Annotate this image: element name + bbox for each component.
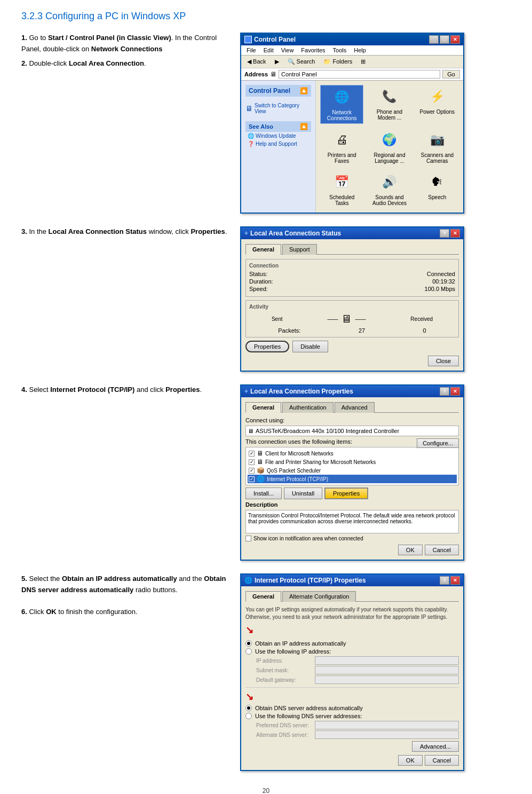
- lap-tab-general[interactable]: General: [245, 402, 281, 413]
- ip-address-input[interactable]: [315, 656, 459, 665]
- tip-tab-alternate[interactable]: Alternate Configuration: [282, 591, 356, 602]
- preferred-dns-input[interactable]: [315, 721, 459, 729]
- las-properties-button[interactable]: Properties: [245, 341, 289, 352]
- obtain-dns-radio[interactable]: [245, 705, 252, 711]
- arrow-1-icon: ↘: [245, 624, 253, 636]
- configure-button[interactable]: Configure...: [417, 438, 459, 448]
- tip-close-button[interactable]: ✕: [450, 576, 460, 585]
- lap-properties-button[interactable]: Properties: [324, 488, 368, 499]
- use-following-dns-row[interactable]: Use the following DNS server addresses:: [245, 713, 459, 719]
- obtain-ip-radio[interactable]: [245, 640, 252, 647]
- prop-item-qos[interactable]: ✓ 📦 QoS Packet Scheduler: [248, 466, 457, 475]
- cp-icon-printers[interactable]: 🖨 Printers andFaxes: [320, 128, 363, 166]
- arrow-obtain-ip: ↘: [245, 624, 459, 636]
- install-button[interactable]: Install...: [245, 488, 282, 499]
- cp-icon-power[interactable]: ⚡ Power Options: [416, 85, 459, 124]
- sent-activity: Sent: [272, 316, 283, 322]
- titlebar-buttons[interactable]: _ □ ✕: [429, 35, 460, 44]
- las-tab-general[interactable]: General: [245, 244, 281, 255]
- menu-favorites[interactable]: Favorites: [298, 46, 328, 54]
- see-also-collapse-icon[interactable]: 🔼: [300, 123, 308, 130]
- las-close-button[interactable]: ✕: [450, 229, 460, 238]
- go-button[interactable]: Go: [442, 70, 460, 78]
- cp-icon-network[interactable]: 🌐 NetworkConnections: [320, 85, 363, 124]
- cp-left-panel: Control Panel 🔼 🖥 Switch to Category Vie…: [241, 81, 316, 213]
- cp-icon-scanners[interactable]: 📷 Scanners andCameras: [416, 128, 459, 166]
- windows-update-link[interactable]: 🌐 Windows Update: [245, 132, 311, 140]
- subnet-mask-input[interactable]: [315, 666, 459, 674]
- qos-checkbox[interactable]: ✓: [249, 468, 255, 474]
- lap-ok-button[interactable]: OK: [398, 545, 423, 555]
- step-text-5-6: 5. Select the Obtain an IP address autom…: [21, 573, 229, 620]
- cp-icon-power-label: Power Options: [420, 109, 455, 115]
- status-label: Status:: [249, 271, 267, 277]
- back-button[interactable]: ◀ Back: [243, 57, 270, 67]
- advanced-btn-row: Advanced...: [245, 741, 459, 752]
- menu-view[interactable]: View: [278, 46, 297, 54]
- use-following-dns-radio[interactable]: [245, 713, 252, 719]
- default-gateway-input[interactable]: [315, 675, 459, 684]
- control-panel-icon: [244, 36, 252, 43]
- tcpip-checkbox[interactable]: ✓: [249, 476, 255, 482]
- search-button[interactable]: 🔍 Search: [284, 57, 319, 67]
- maximize-button[interactable]: □: [440, 35, 449, 44]
- page-number: 20: [21, 787, 511, 794]
- lap-titlebar-buttons[interactable]: ? ✕: [440, 387, 460, 396]
- step-block-1-2: 1. Go to Start / Control Panel (in Class…: [21, 33, 511, 214]
- prop-item-client[interactable]: ✓ 🖥 Client for Microsoft Networks: [248, 449, 457, 458]
- las-help-button[interactable]: ?: [440, 229, 449, 238]
- obtain-ip-row[interactable]: Obtain an IP address automatically: [245, 640, 459, 647]
- ip-address-label: IP address:: [256, 658, 315, 664]
- cp-icon-sounds[interactable]: 🔊 Sounds andAudio Devices: [368, 170, 411, 208]
- cp-icon-speech[interactable]: 🗣 Speech: [416, 170, 459, 208]
- menu-file[interactable]: File: [243, 46, 259, 54]
- help-support-link[interactable]: ❓ Help and Support: [245, 140, 311, 148]
- tcp-ip-properties-image: 🌐 Internet Protocol (TCP/IP) Properties …: [240, 573, 511, 771]
- advanced-button[interactable]: Advanced...: [412, 741, 459, 752]
- las-titlebar-buttons[interactable]: ? ✕: [440, 229, 460, 238]
- prop-item-tcpip[interactable]: ✓ 🌐 Internet Protocol (TCP/IP): [248, 475, 457, 483]
- switch-icon: 🖥: [245, 104, 253, 113]
- las-disable-button[interactable]: Disable: [292, 341, 328, 352]
- prop-item-file[interactable]: ✓ 🖥 File and Printer Sharing for Microso…: [248, 458, 457, 466]
- cp-icon-scheduled[interactable]: 📅 ScheduledTasks: [320, 170, 363, 208]
- folders-button[interactable]: 📁 Folders: [320, 57, 356, 67]
- address-input[interactable]: Control Panel: [279, 70, 440, 78]
- minimize-button[interactable]: _: [429, 35, 439, 44]
- menu-help[interactable]: Help: [351, 46, 369, 54]
- lap-close-button[interactable]: ✕: [450, 387, 460, 396]
- las-tab-support[interactable]: Support: [282, 244, 317, 255]
- tip-help-button[interactable]: ?: [440, 576, 449, 585]
- forward-button[interactable]: ▶: [271, 57, 283, 67]
- menu-edit[interactable]: Edit: [260, 46, 277, 54]
- uninstall-button[interactable]: Uninstall: [284, 488, 322, 499]
- menu-tools[interactable]: Tools: [330, 46, 350, 54]
- use-following-ip-row[interactable]: Use the following IP address:: [245, 648, 459, 655]
- las-close-btn[interactable]: Close: [428, 356, 459, 366]
- client-checkbox[interactable]: ✓: [249, 451, 255, 457]
- use-following-ip-radio[interactable]: [245, 648, 252, 655]
- lap-title-icon: +: [244, 388, 248, 395]
- lap-help-button[interactable]: ?: [440, 387, 449, 396]
- step-1-bold-1: Start / Control Panel (in Classic View): [48, 34, 171, 42]
- sent-label: Sent: [272, 316, 283, 322]
- file-icon: 🖥: [257, 458, 263, 466]
- tip-cancel-button[interactable]: Cancel: [425, 755, 459, 766]
- lap-tab-advanced[interactable]: Advanced: [335, 402, 375, 413]
- ip-divider: [245, 687, 459, 688]
- switch-to-category[interactable]: 🖥 Switch to Category View: [245, 101, 311, 116]
- tip-tab-general[interactable]: General: [245, 591, 281, 602]
- views-button[interactable]: ⊞: [357, 57, 369, 67]
- cp-collapse-icon[interactable]: 🔼: [300, 87, 308, 95]
- obtain-dns-row[interactable]: Obtain DNS server address automatically: [245, 705, 459, 711]
- close-button[interactable]: ✕: [450, 35, 460, 44]
- cp-icon-phone[interactable]: 📞 Phone andModem ...: [368, 85, 411, 124]
- alternate-dns-input[interactable]: [315, 730, 459, 739]
- file-checkbox[interactable]: ✓: [249, 459, 255, 465]
- tip-ok-button[interactable]: OK: [398, 755, 423, 766]
- tip-titlebar-buttons[interactable]: ? ✕: [440, 576, 460, 585]
- show-icon-checkbox[interactable]: [245, 536, 251, 541]
- lap-tab-auth[interactable]: Authentication: [282, 402, 334, 413]
- cp-icon-regional[interactable]: 🌍 Regional andLanguage ...: [368, 128, 411, 166]
- lap-cancel-button[interactable]: Cancel: [425, 545, 459, 555]
